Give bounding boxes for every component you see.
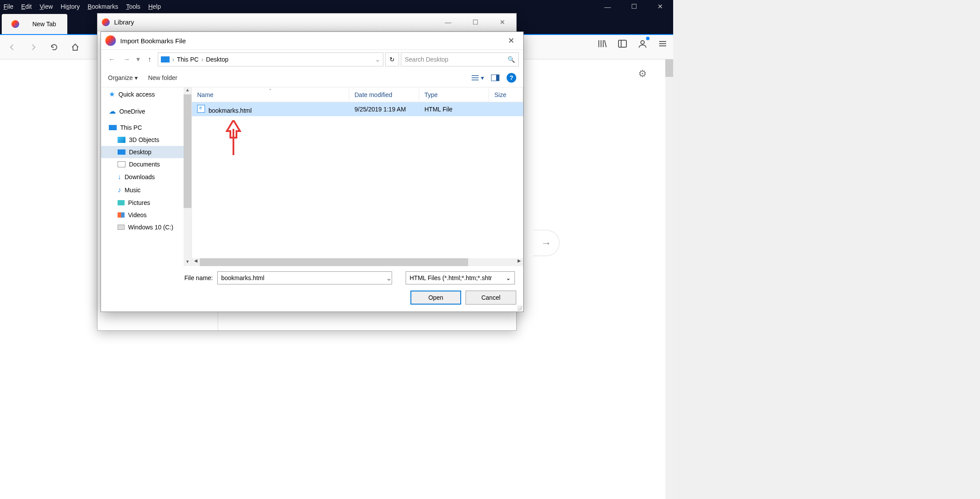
column-date[interactable]: Date modified — [349, 87, 419, 102]
dialog-toolbar: Organize ▾ New folder ▾ ? — [101, 69, 523, 87]
desktop-icon — [118, 149, 125, 155]
tree-videos[interactable]: Videos — [101, 209, 191, 221]
file-list: ⌃ Name Date modified Type Size bookmarks… — [192, 87, 523, 266]
vertical-scrollbar[interactable] — [665, 59, 673, 499]
tree-this-pc[interactable]: This PC — [101, 121, 191, 134]
tree-quick-access[interactable]: ★Quick access — [101, 87, 191, 101]
menu-edit[interactable]: Edit — [21, 3, 32, 10]
close-button[interactable]: ✕ — [647, 0, 673, 13]
dialog-footer: File name: ⌄ HTML Files (*.html;*.htm;*.… — [101, 266, 523, 312]
maximize-button[interactable]: ☐ — [621, 0, 647, 13]
svg-point-2 — [641, 41, 644, 44]
nav-forward-button[interactable]: → — [120, 53, 133, 66]
breadcrumb-folder[interactable]: Desktop — [206, 56, 228, 63]
dialog-title-text: Import Bookmarks File — [120, 37, 186, 45]
chevron-right-icon: › — [172, 56, 174, 63]
refresh-button[interactable]: ↻ — [385, 52, 399, 66]
dialog-body: ★Quick access ☁OneDrive This PC 3D Objec… — [101, 87, 523, 266]
tree-pictures[interactable]: Pictures — [101, 197, 191, 209]
videos-icon — [118, 212, 125, 218]
thispc-icon — [161, 56, 170, 62]
account-icon[interactable] — [636, 38, 649, 50]
library-icon[interactable] — [596, 38, 608, 50]
file-date: 9/25/2019 1:19 AM — [349, 106, 419, 113]
help-button[interactable]: ? — [507, 73, 516, 83]
browser-tab[interactable]: New Tab — [2, 14, 67, 34]
menu-file[interactable]: File — [3, 3, 14, 10]
breadcrumb-root[interactable]: This PC — [177, 56, 199, 63]
back-button[interactable] — [4, 39, 20, 55]
forward-button[interactable] — [25, 39, 41, 55]
filename-dropdown[interactable]: ⌄ — [386, 274, 392, 282]
resize-grip[interactable] — [517, 305, 522, 311]
library-close[interactable]: ✕ — [493, 18, 512, 26]
library-titlebar[interactable]: Library — ☐ ✕ — [97, 14, 516, 31]
disk-icon — [118, 225, 125, 230]
svg-rect-4 — [496, 75, 499, 81]
breadcrumb[interactable]: › This PC › Desktop ⌄ — [158, 52, 383, 66]
filename-input[interactable] — [217, 271, 392, 284]
tab-title: New Tab — [32, 21, 56, 28]
path-bar: ← → ▾ ↑ › This PC › Desktop ⌄ ↻ Search D… — [101, 49, 523, 69]
cloud-icon: ☁ — [109, 107, 116, 115]
menu-help[interactable]: Help — [148, 3, 161, 10]
column-size[interactable]: Size — [489, 87, 523, 102]
cancel-button[interactable]: Cancel — [466, 291, 516, 305]
filename-label: File name: — [108, 274, 213, 281]
firefox-icon — [105, 35, 116, 46]
library-title-text: Library — [114, 18, 134, 26]
chevron-right-icon: › — [201, 56, 203, 63]
tree-scrollbar[interactable]: ▲▼ — [184, 87, 191, 266]
menu-view[interactable]: View — [40, 3, 53, 10]
download-icon: ↓ — [118, 173, 121, 181]
sidebar-icon[interactable] — [616, 38, 629, 50]
gear-icon[interactable]: ⚙ — [638, 68, 647, 80]
library-maximize[interactable]: ☐ — [466, 18, 485, 26]
new-folder-button[interactable]: New folder — [148, 74, 177, 81]
open-button[interactable]: Open — [410, 291, 461, 305]
library-minimize[interactable]: — — [438, 18, 458, 26]
preview-pane-button[interactable] — [491, 74, 500, 81]
search-icon: 🔍 — [507, 56, 515, 63]
tree-c-drive[interactable]: Windows 10 (C:) — [101, 221, 191, 233]
reload-button[interactable] — [46, 39, 62, 55]
menu-history[interactable]: History — [61, 3, 80, 10]
tree-downloads[interactable]: ↓Downloads — [101, 170, 191, 184]
sort-indicator-icon: ⌃ — [268, 88, 272, 93]
tree-3d-objects[interactable]: 3D Objects — [101, 134, 191, 146]
search-input[interactable]: Search Desktop 🔍 — [401, 52, 519, 66]
search-arrow-button[interactable]: → — [533, 230, 560, 256]
tree-onedrive[interactable]: ☁OneDrive — [101, 104, 191, 118]
menu-bookmarks[interactable]: Bookmarks — [87, 3, 118, 10]
file-type: HTML File — [419, 106, 489, 113]
organize-menu[interactable]: Organize ▾ — [108, 74, 138, 81]
home-button[interactable] — [67, 39, 83, 55]
firefox-icon — [11, 20, 19, 28]
html-file-icon — [197, 105, 205, 113]
documents-icon — [118, 161, 125, 167]
star-icon: ★ — [109, 90, 115, 98]
import-dialog: Import Bookmarks File ✕ ← → ▾ ↑ › This P… — [101, 31, 524, 312]
view-mode-button[interactable]: ▾ — [471, 74, 484, 81]
file-name: bookmarks.html — [209, 107, 252, 114]
nav-back-button[interactable]: ← — [105, 53, 118, 66]
breadcrumb-dropdown[interactable]: ⌄ — [375, 56, 380, 63]
menu-tools[interactable]: Tools — [126, 3, 140, 10]
menubar: File Edit View History Bookmarks Tools H… — [0, 0, 673, 13]
horizontal-scrollbar[interactable]: ◀▶ — [192, 258, 523, 266]
filetype-select[interactable]: HTML Files (*.html;*.htm;*.shtr⌄ — [406, 271, 515, 284]
tree-desktop[interactable]: Desktop — [101, 146, 191, 158]
tree-music[interactable]: ♪Music — [101, 184, 191, 197]
toolbar-right — [596, 38, 669, 50]
dialog-titlebar[interactable]: Import Bookmarks File ✕ — [101, 32, 523, 49]
chevron-down-icon: ⌄ — [506, 274, 511, 281]
column-type[interactable]: Type — [419, 87, 489, 102]
nav-up-button[interactable]: ↑ — [143, 53, 156, 66]
hamburger-icon[interactable] — [657, 38, 669, 50]
search-placeholder: Search Desktop — [405, 56, 448, 63]
minimize-button[interactable]: — — [594, 0, 621, 13]
tree-documents[interactable]: Documents — [101, 158, 191, 170]
dialog-close-button[interactable]: ✕ — [503, 36, 519, 45]
file-row[interactable]: bookmarks.html 9/25/2019 1:19 AM HTML Fi… — [192, 102, 523, 116]
nav-recent-dropdown[interactable]: ▾ — [135, 53, 141, 66]
